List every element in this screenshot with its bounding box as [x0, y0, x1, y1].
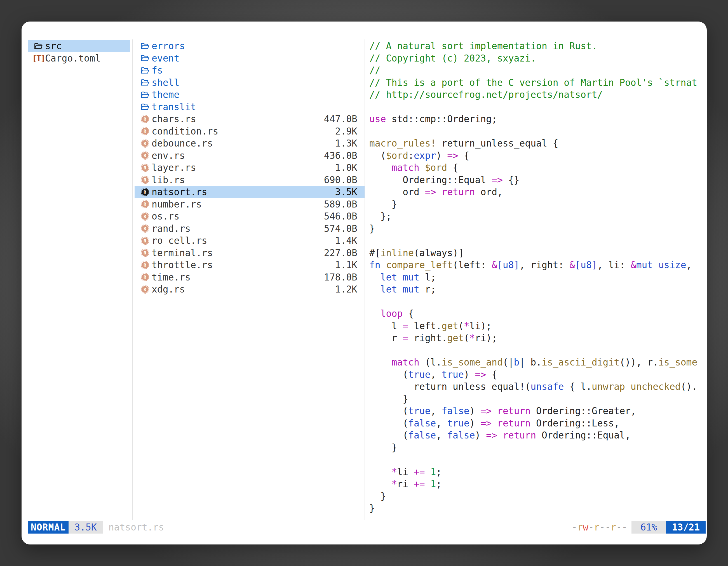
file-size: 1.4K	[335, 235, 365, 246]
code-line: fn compare_left(left: &[u8], right: &[u8…	[369, 259, 707, 271]
rust-icon: R	[140, 163, 150, 173]
code-line: use std::cmp::Ordering;	[369, 113, 707, 125]
rust-icon: R	[140, 187, 150, 197]
file-permissions: -rw-r--r--	[572, 521, 627, 534]
file-name: layer.rs	[152, 162, 196, 173]
svg-text:R: R	[144, 250, 146, 256]
file-name: event	[152, 53, 179, 64]
file-row-translit[interactable]: translit	[135, 101, 365, 113]
svg-text:R: R	[144, 117, 146, 122]
file-row-number-rs[interactable]: Rnumber.rs589.0B	[135, 198, 365, 211]
file-row-shell[interactable]: shell	[135, 77, 365, 89]
rust-icon: R	[140, 261, 150, 270]
code-line: // Copyright (c) 2023, sxyazi.	[369, 52, 707, 65]
file-row-event[interactable]: event	[135, 52, 365, 65]
yazi-window: src[T]Cargo.toml errorseventfsshelltheme…	[22, 22, 707, 544]
file-row-natsort-rs[interactable]: Rnatsort.rs3.5K	[135, 186, 365, 198]
file-size: 546.0B	[324, 211, 365, 222]
code-line: l = left.get(*li);	[369, 320, 707, 332]
svg-text:R: R	[144, 141, 146, 146]
code-line: };	[369, 210, 707, 223]
rust-icon: R	[140, 285, 150, 294]
file-size: 1.2K	[335, 284, 365, 295]
rust-icon: R	[140, 273, 150, 282]
file-name: ro_cell.rs	[152, 235, 207, 246]
file-row-debounce-rs[interactable]: Rdebounce.rs1.3K	[135, 137, 365, 150]
file-row-throttle-rs[interactable]: Rthrottle.rs1.1K	[135, 259, 365, 271]
svg-text:R: R	[144, 177, 146, 183]
file-row-rand-rs[interactable]: Rrand.rs574.0B	[135, 223, 365, 235]
file-name: src	[45, 41, 62, 51]
folder-open-icon	[140, 78, 150, 87]
toml-icon: [T]	[34, 53, 43, 63]
file-size: 436.0B	[324, 150, 365, 161]
file-row-errors[interactable]: errors	[135, 40, 365, 52]
code-line: ($ord:expr) => {	[369, 150, 707, 162]
code-line: // http://sourcefrog.net/projects/natsor…	[369, 89, 707, 101]
file-name: Cargo.toml	[45, 53, 101, 64]
file-size: 1.1K	[335, 260, 365, 271]
file-name: time.rs	[152, 272, 191, 283]
file-name: throttle.rs	[152, 260, 213, 271]
code-line: (false, true) => return Ordering::Less,	[369, 417, 707, 429]
file-size: 2.9K	[335, 126, 365, 137]
pane-divider	[365, 39, 365, 520]
file-row-cargo-toml[interactable]: [T]Cargo.toml	[28, 52, 130, 65]
file-row-xdg-rs[interactable]: Rxdg.rs1.2K	[135, 283, 365, 295]
code-line: *ri += 1;	[369, 478, 707, 490]
mode-badge: NORMAL	[28, 521, 69, 534]
file-row-chars-rs[interactable]: Rchars.rs447.0B	[135, 113, 365, 125]
rust-icon: R	[140, 200, 150, 209]
rust-icon: R	[140, 175, 150, 185]
file-name: lib.rs	[152, 175, 185, 186]
file-name: env.rs	[152, 150, 185, 161]
code-line	[369, 101, 707, 113]
file-row-ro-cell-rs[interactable]: Rro_cell.rs1.4K	[135, 235, 365, 247]
file-name: theme	[152, 89, 179, 100]
code-line: let mut l;	[369, 271, 707, 283]
pane-divider	[132, 39, 133, 520]
status-spacer	[164, 521, 572, 534]
file-name: xdg.rs	[152, 284, 185, 295]
cursor-position-badge: 13/21	[666, 521, 706, 534]
parent-pane: src[T]Cargo.toml	[28, 40, 130, 64]
rust-icon: R	[140, 224, 150, 233]
file-row-env-rs[interactable]: Renv.rs436.0B	[135, 150, 365, 162]
code-line: loop {	[369, 307, 707, 320]
file-name: translit	[152, 102, 196, 112]
file-row-theme[interactable]: theme	[135, 89, 365, 101]
file-row-os-rs[interactable]: Ros.rs546.0B	[135, 210, 365, 223]
svg-text:R: R	[144, 129, 146, 134]
svg-text:R: R	[144, 275, 146, 280]
file-row-terminal-rs[interactable]: Rterminal.rs227.0B	[135, 247, 365, 259]
svg-text:R: R	[144, 202, 146, 207]
rust-icon: R	[140, 212, 150, 221]
svg-text:R: R	[144, 214, 146, 219]
code-line	[369, 295, 707, 308]
file-name: os.rs	[152, 211, 179, 222]
file-name: debounce.rs	[152, 138, 213, 149]
file-size: 690.0B	[324, 175, 365, 186]
file-row-src[interactable]: src	[28, 40, 130, 52]
preview-pane: // A natural sort implementation in Rust…	[369, 40, 707, 519]
code-line: macro_rules! return_unless_equal {	[369, 137, 707, 150]
code-line: (false, false) => return Ordering::Equal…	[369, 429, 707, 441]
current-pane: errorseventfsshellthemetranslitRchars.rs…	[135, 40, 365, 295]
svg-text:R: R	[144, 153, 146, 158]
code-line: }	[369, 502, 707, 515]
file-size: 589.0B	[324, 199, 365, 210]
folder-open-icon	[140, 102, 150, 112]
svg-text:R: R	[144, 190, 146, 195]
file-name: number.rs	[152, 199, 202, 210]
scroll-percent-badge: 61%	[631, 521, 666, 534]
file-row-lib-rs[interactable]: Rlib.rs690.0B	[135, 174, 365, 186]
folder-open-icon	[140, 53, 150, 63]
file-row-condition-rs[interactable]: Rcondition.rs2.9K	[135, 125, 365, 138]
selected-file-size-badge: 3.5K	[69, 521, 102, 534]
folder-open-icon	[140, 41, 150, 51]
file-row-time-rs[interactable]: Rtime.rs178.0B	[135, 271, 365, 283]
file-row-layer-rs[interactable]: Rlayer.rs1.0K	[135, 162, 365, 174]
file-row-fs[interactable]: fs	[135, 64, 365, 77]
file-size: 178.0B	[324, 272, 365, 283]
code-line: }	[369, 198, 707, 211]
